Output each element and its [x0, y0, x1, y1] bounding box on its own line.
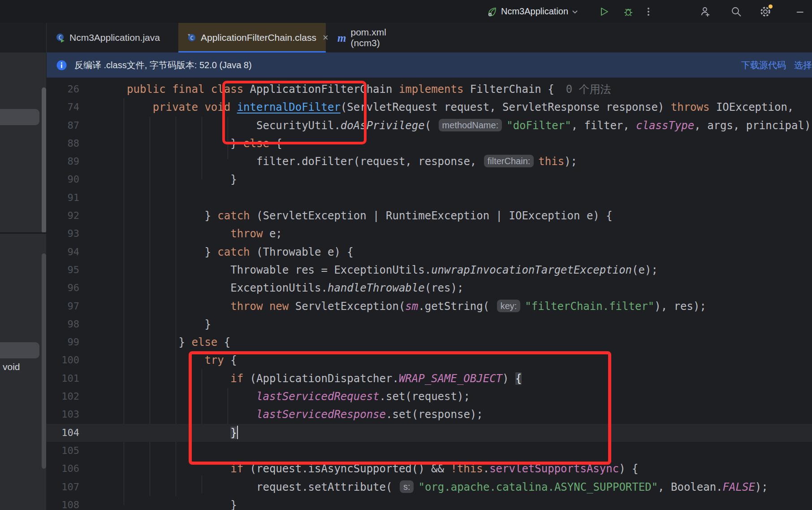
code-line[interactable]: 88} else { — [46, 135, 812, 153]
code-token: } — [204, 246, 217, 258]
settings-gear-icon[interactable] — [759, 0, 772, 23]
code-text: public final class ApplicationFilterChai… — [101, 80, 812, 98]
code-line[interactable]: 90} — [46, 170, 812, 188]
line-number[interactable]: 108 — [46, 496, 101, 510]
code-line[interactable]: 99} else { — [46, 333, 812, 351]
code-text: } — [101, 170, 812, 188]
line-number[interactable]: 98 — [46, 315, 101, 333]
line-number[interactable]: 97 — [46, 297, 101, 315]
code-text: throw new ServletException(sm.getString(… — [101, 297, 812, 315]
tab-ncm3application-java[interactable]: C Ncm3Application.java — [47, 23, 175, 52]
panel-scrollbar[interactable] — [42, 87, 46, 233]
line-number[interactable]: 92 — [46, 207, 101, 225]
code-line[interactable]: 94} catch (Throwable e) { — [46, 243, 812, 261]
parameter-hint-chip: s: — [400, 480, 414, 493]
download-sources-link[interactable]: 下载源代码 — [741, 52, 786, 78]
code-token: , Boolean. — [658, 481, 723, 493]
tab-label: pom.xml (ncm3) — [350, 27, 411, 48]
code-token: (Throwable e) { — [250, 246, 354, 258]
code-token: ); — [755, 481, 768, 493]
editor-tab-bar: C Ncm3Application.java C ApplicationFilt… — [0, 23, 812, 53]
line-number[interactable]: 99 — [46, 333, 101, 351]
code-token: ( — [425, 119, 438, 132]
line-number[interactable]: 94 — [46, 243, 101, 261]
code-line[interactable]: 96ExceptionUtils.handleThrowable(res); — [46, 279, 812, 297]
run-button[interactable] — [599, 0, 609, 23]
tab-pom-xml[interactable]: m pom.xml (ncm3) — [329, 23, 419, 52]
run-configuration-name: Ncm3Application — [501, 6, 568, 17]
chevron-down-icon — [572, 9, 578, 14]
line-number[interactable]: 103 — [46, 405, 101, 423]
code-token: "doFilter" — [506, 119, 571, 132]
code-line[interactable]: 74private void internalDoFilter(ServletR… — [46, 98, 812, 116]
line-number[interactable]: 89 — [46, 153, 101, 170]
code-token: request.setAttribute( — [256, 481, 399, 493]
code-token: (ServletRequest request, ServletResponse… — [341, 101, 671, 113]
line-number[interactable]: 107 — [46, 478, 101, 496]
line-number[interactable]: 91 — [46, 189, 101, 207]
code-text: } catch (Throwable e) { — [101, 243, 812, 261]
line-number[interactable]: 106 — [46, 460, 101, 478]
line-number[interactable]: 74 — [46, 98, 101, 116]
code-line[interactable]: 95Throwable res = ExceptionUtils.unwrapI… — [46, 261, 812, 279]
code-text: Throwable res = ExceptionUtils.unwrapInv… — [101, 261, 812, 279]
tab-applicationfilterchain-class[interactable]: C ApplicationFilterChain.class × — [178, 23, 326, 52]
code-line[interactable]: 92} catch (ServletException | RuntimeExc… — [46, 207, 812, 225]
line-number[interactable]: 105 — [46, 442, 101, 460]
choose-sources-link[interactable]: 选择源 — [794, 52, 812, 78]
code-token: , args, principal); — [694, 119, 812, 132]
window-minimize-button[interactable]: – — [797, 0, 803, 23]
line-number[interactable]: 93 — [46, 225, 101, 243]
panel-divider — [46, 23, 47, 52]
line-number[interactable]: 88 — [46, 135, 101, 153]
code-line[interactable]: 89filter.doFilter(request, response, fil… — [46, 153, 812, 170]
code-line[interactable]: 98} — [46, 315, 812, 333]
java-class-icon: C — [186, 33, 196, 43]
code-line[interactable]: 87SecurityUtil.doAsPrivilege( methodName… — [46, 117, 812, 135]
line-number[interactable]: 87 — [46, 117, 101, 135]
code-token: this — [538, 155, 564, 168]
code-line[interactable]: 107request.setAttribute( s:"org.apache.c… — [46, 478, 812, 496]
line-number[interactable]: 104 — [46, 424, 101, 442]
panel-list-item[interactable] — [0, 342, 39, 358]
line-number[interactable]: 100 — [46, 351, 101, 369]
code-line[interactable]: 108} — [46, 496, 812, 510]
more-actions-icon[interactable] — [647, 0, 650, 23]
tab-label: Ncm3Application.java — [69, 32, 160, 43]
code-token: unwrapInvocationTargetException — [431, 264, 632, 276]
line-number[interactable]: 102 — [46, 388, 101, 405]
code-line[interactable]: 26public final class ApplicationFilterCh… — [46, 80, 812, 98]
code-token: } — [179, 336, 192, 349]
code-token: catch — [217, 209, 250, 222]
line-number[interactable]: 26 — [46, 80, 101, 98]
panel-item-label: void — [3, 362, 20, 372]
code-token: IOException, — [716, 101, 794, 113]
code-line[interactable]: 97throw new ServletException(sm.getStrin… — [46, 297, 812, 315]
code-text: request.setAttribute( s:"org.apache.cata… — [101, 478, 812, 496]
code-token: (ServletException | RuntimeException | I… — [250, 209, 613, 222]
line-number[interactable]: 96 — [46, 279, 101, 297]
panel-section-divider — [0, 232, 46, 234]
code-token: "org.apache.catalina.ASYNC_SUPPORTED" — [418, 481, 658, 493]
tab-close-icon[interactable]: × — [323, 33, 328, 43]
code-line[interactable]: 91 — [46, 189, 812, 207]
code-token: , filter, — [571, 119, 636, 132]
code-text: } else { — [101, 333, 812, 351]
code-token: e; — [263, 227, 282, 240]
run-configuration-selector[interactable]: Ncm3Application — [487, 0, 578, 23]
search-icon[interactable] — [730, 0, 742, 23]
panel-scrollbar[interactable] — [42, 253, 46, 469]
debug-button[interactable] — [623, 0, 634, 23]
line-number[interactable]: 101 — [46, 370, 101, 388]
settings-notification-dot — [769, 4, 773, 9]
line-number[interactable]: 90 — [46, 170, 101, 188]
line-number[interactable]: 95 — [46, 261, 101, 279]
code-text: ExceptionUtils.handleThrowable(res); — [101, 279, 812, 297]
panel-list-item[interactable] — [0, 109, 39, 125]
svg-text:C: C — [190, 35, 193, 41]
code-line[interactable]: 93throw e; — [46, 225, 812, 243]
code-token: Throwable res = ExceptionUtils. — [230, 264, 431, 276]
code-with-me-icon[interactable] — [699, 0, 711, 23]
code-token: { — [217, 336, 230, 349]
code-token: catch — [217, 246, 250, 258]
